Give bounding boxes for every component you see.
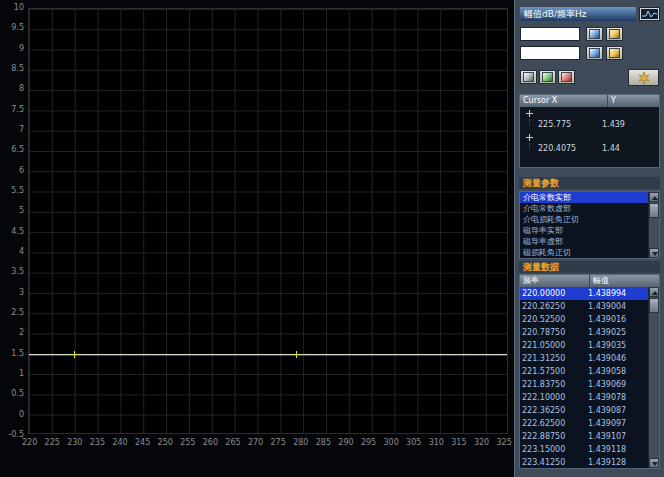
param-item[interactable]: 磁导率虚部 <box>520 236 648 247</box>
x-tick-label: 325 <box>496 438 511 447</box>
cursor2-y-value: 1.44 <box>602 143 659 155</box>
input1-write-button[interactable] <box>586 27 603 41</box>
data-row[interactable]: 220.525001.439016 <box>520 313 648 326</box>
x-tick-label: 220 <box>22 438 37 447</box>
y-tick-label: 6.5 <box>11 145 24 154</box>
input1-apply-button[interactable] <box>606 27 623 41</box>
cursor-item-2[interactable] <box>520 131 659 143</box>
y-tick-label: 0.5 <box>11 389 24 398</box>
x-tick-label: 235 <box>90 438 105 447</box>
x-tick-label: 275 <box>271 438 286 447</box>
chart-icon <box>523 72 534 82</box>
x-tick-label: 270 <box>248 438 263 447</box>
data-row[interactable]: 220.262501.439004 <box>520 300 648 313</box>
page-icon <box>589 48 600 58</box>
x-tick-label: 250 <box>158 438 173 447</box>
data-row[interactable]: 222.887501.439107 <box>520 430 648 443</box>
params-list: 介电常数实部 介电常数虚部 介电损耗角正切 磁导率实部 磁导率虚部 磁损耗角正切 <box>519 191 660 259</box>
plot-area[interactable] <box>28 8 508 434</box>
params-section-label: 测量参数 <box>519 177 660 189</box>
grid-icon <box>542 72 553 82</box>
x-tick-label: 285 <box>316 438 331 447</box>
y-tick-label: 9 <box>19 44 24 53</box>
scroll-up-icon[interactable] <box>649 192 659 202</box>
param-item[interactable]: 介电损耗角正切 <box>520 214 648 225</box>
scope-preview-icon[interactable] <box>639 7 660 21</box>
y-axis-labels: 10 9.5 9 8.5 8 7.5 7 6.5 6 5.5 5 4.5 4 3… <box>0 3 24 439</box>
y-tick-label: 6 <box>19 166 24 175</box>
input2-write-button[interactable] <box>586 46 603 60</box>
data-row[interactable]: 222.100001.439078 <box>520 391 648 404</box>
col-frequency[interactable]: 频率 <box>520 275 590 287</box>
cursor-item-1[interactable] <box>520 107 659 119</box>
wave-icon <box>561 72 572 82</box>
data-scrollbar[interactable] <box>648 287 659 468</box>
cursor-col-y[interactable]: Y <box>608 95 659 107</box>
data-row[interactable]: 221.312501.439046 <box>520 352 648 365</box>
x-tick-label: 255 <box>180 438 195 447</box>
tool-button-3[interactable] <box>558 70 575 84</box>
data-row[interactable]: 222.625001.439097 <box>520 417 648 430</box>
x-tick-label: 310 <box>429 438 444 447</box>
x-tick-label: 265 <box>225 438 240 447</box>
cursor-marker-2[interactable] <box>293 351 300 358</box>
cursor-values-2[interactable]: 220.4075 1.44 <box>520 143 659 155</box>
y-tick-label: 4 <box>19 247 24 256</box>
cursor-table-header: Cursor X Y <box>520 95 659 107</box>
x-tick-label: 305 <box>406 438 421 447</box>
data-row[interactable]: 221.050001.439035 <box>520 339 648 352</box>
col-amplitude[interactable]: 幅值 <box>590 275 659 287</box>
cursor-marker-1[interactable] <box>71 351 78 358</box>
y-tick-label: 0 <box>19 410 24 419</box>
data-row[interactable]: 222.362501.439087 <box>520 404 648 417</box>
cursor2-x-value: 220.4075 <box>538 143 602 155</box>
cursor-col-x[interactable]: Cursor X <box>520 95 608 107</box>
y-tick-label: 1 <box>19 369 24 378</box>
cursor-plus-icon <box>526 110 533 117</box>
y-tick-label: 2.5 <box>11 308 24 317</box>
starburst-icon <box>638 72 650 84</box>
y-tick-label: 2 <box>19 328 24 337</box>
param-item[interactable]: 磁导率实部 <box>520 225 648 236</box>
x-tick-label: 290 <box>338 438 353 447</box>
y-tick-label: 1.5 <box>11 349 24 358</box>
analyzer-window: 10 9.5 9 8.5 8 7.5 7 6.5 6 5.5 5 4.5 4 3… <box>0 0 664 477</box>
input2-apply-button[interactable] <box>606 46 623 60</box>
param-item[interactable]: 介电常数实部 <box>520 192 648 203</box>
value-input-2[interactable] <box>520 46 580 60</box>
data-section-label: 测量数据 <box>519 261 660 273</box>
y-tick-label: 10 <box>14 3 24 12</box>
tag-icon <box>609 48 620 58</box>
data-row[interactable]: 220.000001.438994 <box>520 287 648 300</box>
param-item[interactable]: 介电常数虚部 <box>520 203 648 214</box>
x-tick-label: 320 <box>474 438 489 447</box>
scroll-thumb[interactable] <box>649 203 659 218</box>
data-row[interactable]: 221.837501.439069 <box>520 378 648 391</box>
data-row[interactable]: 223.412501.439128 <box>520 456 648 468</box>
trace-line <box>29 354 507 355</box>
plot-title: 幅值dB/频率Hz <box>524 9 586 19</box>
scroll-thumb[interactable] <box>649 298 659 313</box>
value-input-1[interactable] <box>520 27 580 41</box>
data-row[interactable]: 221.575001.439058 <box>520 365 648 378</box>
tool-button-2[interactable] <box>539 70 556 84</box>
cursor-values-1[interactable]: 225.775 1.439 <box>520 119 659 131</box>
data-row[interactable]: 223.150001.439118 <box>520 443 648 456</box>
x-tick-label: 295 <box>361 438 376 447</box>
tool-button-1[interactable] <box>520 70 537 84</box>
cursor-panel: Cursor X Y 225.775 1.439 220.4075 1.44 <box>519 94 660 168</box>
data-table-body: 220.000001.438994 220.262501.439004 220.… <box>520 287 648 468</box>
x-tick-label: 300 <box>384 438 399 447</box>
scroll-down-icon[interactable] <box>649 248 659 258</box>
x-tick-label: 280 <box>293 438 308 447</box>
scroll-up-icon[interactable] <box>649 287 659 297</box>
param-item[interactable]: 磁损耗角正切 <box>520 247 648 258</box>
scroll-down-icon[interactable] <box>649 458 659 468</box>
x-axis-labels: 220 225 230 235 240 245 250 255 260 265 … <box>22 438 512 447</box>
input-row-2 <box>520 46 660 60</box>
x-tick-label: 260 <box>203 438 218 447</box>
x-tick-label: 230 <box>67 438 82 447</box>
capture-button[interactable] <box>628 69 659 86</box>
params-scrollbar[interactable] <box>648 192 659 258</box>
data-row[interactable]: 220.787501.439025 <box>520 326 648 339</box>
